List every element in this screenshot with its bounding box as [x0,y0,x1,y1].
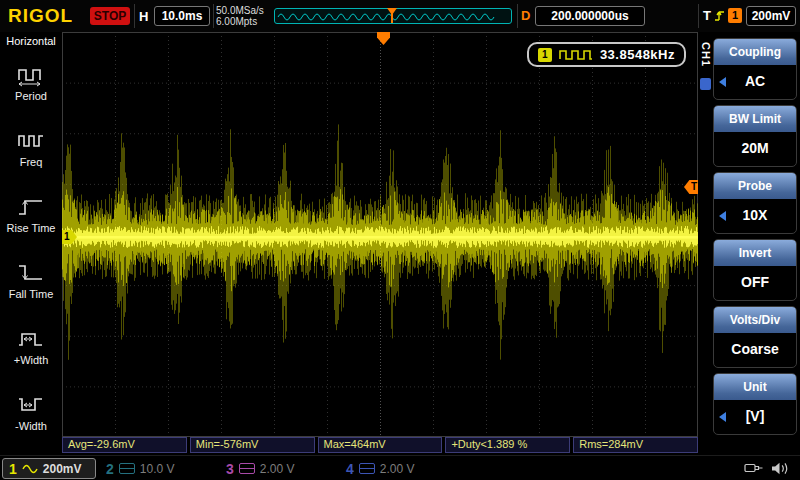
freq-icon [16,129,46,153]
menu-item-title: Invert [714,240,796,266]
delay-value: 200.000000us [535,6,645,26]
channel-2-number: 2 [106,461,114,477]
measurement-bar: Avg=-29.6mV Min=-576mV Max=464mV +Duty<1… [62,437,698,453]
timebase-value: 10.0ms [154,6,210,26]
menu-item-value: 20M [741,140,768,156]
measurement-duty: +Duty<1.389 % [445,437,570,453]
menu-item-title: Unit [714,374,796,400]
menu-items: Coupling AC BW Limit 20M Probe 10X [713,38,797,435]
chevron-left-icon [719,77,726,87]
menu-item-value-row: 20M [714,132,796,166]
channel-3-status[interactable]: 3 2.00 V [226,458,295,479]
graticule: 1 33.8548kHz 1 T [62,32,698,437]
measurement-avg: Avg=-29.6mV [62,437,187,453]
trigger-position-stem [391,13,393,23]
channel-position-icon [239,463,255,474]
menu-tab-indicator [700,78,711,90]
channel-2-scale: 10.0 V [140,462,175,476]
sidebar-item-rise-time[interactable]: Rise Time [0,181,62,247]
menu-item-value: 10X [743,207,768,223]
rigol-logo: RIGOL [8,5,73,27]
channel-position-icon [359,463,375,474]
fall-time-icon [16,261,46,285]
channel-1-status[interactable]: 1 200mV [2,458,96,479]
horizontal-measure-menu: Horizontal Period Freq Rise Time [0,32,62,455]
trigger-source-badge: 1 [728,8,742,23]
sample-rate: 50.0MSa/s [216,5,264,16]
sidebar-item-label: Freq [20,156,43,168]
channel-menu: CH1 Coupling AC BW Limit 20M Probe [698,32,800,455]
menu-item-value-row: AC [714,65,796,99]
menu-item-value: [V] [746,408,765,424]
horizontal-label: H [139,9,148,24]
measurement-rms: Rms=284mV [573,437,698,453]
sidebar-item-freq[interactable]: Freq [0,115,62,181]
channel-4-status[interactable]: 4 2.00 V [346,458,415,479]
menu-item-value: OFF [741,274,769,290]
menu-item-bw-limit[interactable]: BW Limit 20M [713,105,797,167]
menu-item-value: Coarse [731,341,778,357]
sidebar-item-label: -Width [15,420,47,432]
usb-icon [744,460,764,476]
menu-item-invert[interactable]: Invert OFF [713,239,797,301]
channel-2-status[interactable]: 2 10.0 V [106,458,175,479]
counter-value: 33.8548kHz [600,47,675,62]
period-icon [16,63,46,87]
channel-1-number: 1 [9,461,17,477]
menu-item-title: BW Limit [714,106,796,132]
measurement-min: Min=-576mV [190,437,315,453]
rise-time-icon [16,195,46,219]
square-wave-icon [558,49,594,61]
channel-bar: 1 200mV 2 10.0 V 3 2.00 V 4 2.00 V [0,455,800,480]
menu-item-value: AC [745,73,765,89]
divider [517,4,518,28]
channel-position-icon [119,463,135,474]
chevron-left-icon [719,412,726,422]
menu-item-value-row: [V] [714,400,796,434]
speaker-icon [770,460,790,477]
sidebar-item-minus-width[interactable]: -Width [0,379,62,445]
measurement-max: Max=464mV [318,437,443,453]
horizontal-position-bar [274,8,512,24]
menu-item-coupling[interactable]: Coupling AC [713,38,797,100]
channel-3-scale: 2.00 V [260,462,295,476]
menu-item-volts-div[interactable]: Volts/Div Coarse [713,306,797,368]
plus-width-icon [16,327,46,351]
sidebar-item-fall-time[interactable]: Fall Time [0,247,62,313]
sidebar-item-period[interactable]: Period [0,49,62,115]
oscilloscope-screen: RIGOL STOP H 10.0ms 50.0MSa/s 6.00Mpts D… [0,0,800,480]
menu-item-probe[interactable]: Probe 10X [713,172,797,234]
sidebar-item-label: +Width [14,354,49,366]
channel-4-scale: 2.00 V [380,462,415,476]
memory-depth: 6.00Mpts [216,16,264,27]
divider [134,4,135,28]
ac-coupling-icon [22,464,38,474]
acquisition-info: 50.0MSa/s 6.00Mpts [216,5,264,27]
channel-1-scale: 200mV [43,462,82,476]
top-bar: RIGOL STOP H 10.0ms 50.0MSa/s 6.00Mpts D… [0,0,800,32]
divider [698,4,699,28]
channel-4-number: 4 [346,461,354,477]
menu-item-unit[interactable]: Unit [V] [713,373,797,435]
channel-3-number: 3 [226,461,234,477]
waveform-canvas [62,32,698,437]
menu-tab-ch1: CH1 [699,42,712,67]
menu-item-title: Probe [714,173,796,199]
menu-item-value-row: 10X [714,199,796,233]
left-menu-title: Horizontal [0,32,62,49]
trigger-edge-icon [714,8,726,24]
counter-source-badge: 1 [538,48,552,62]
run-state-badge: STOP [90,7,130,25]
menu-item-title: Coupling [714,39,796,65]
delay-label: D [521,8,530,23]
divider [213,4,214,28]
sidebar-item-label: Rise Time [7,222,56,234]
sidebar-item-plus-width[interactable]: +Width [0,313,62,379]
sidebar-item-label: Period [15,90,47,102]
chevron-left-icon [719,211,726,221]
menu-item-value-row: OFF [714,266,796,300]
frequency-counter: 1 33.8548kHz [527,42,686,67]
menu-item-value-row: Coarse [714,333,796,367]
trigger-label: T [703,8,711,23]
minus-width-icon [16,393,46,417]
